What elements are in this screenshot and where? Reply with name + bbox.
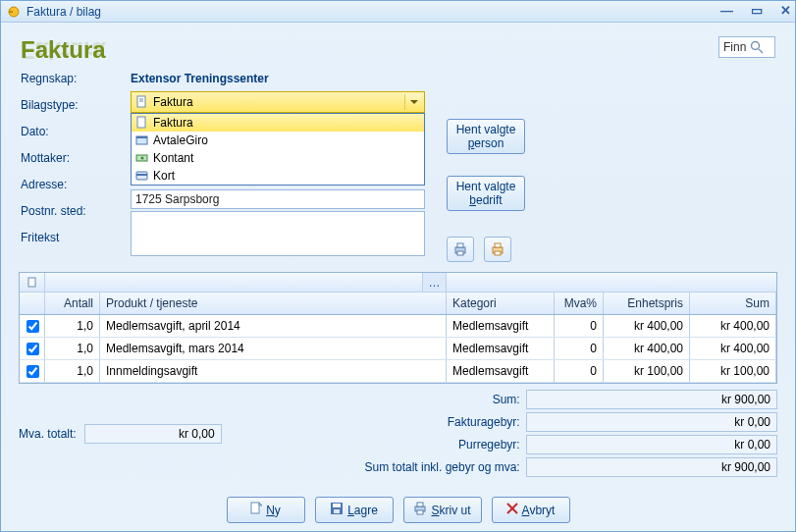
giro-icon [135,133,149,147]
app-icon [7,5,21,19]
total-value: kr 0,00 [526,412,777,432]
cell-kategori[interactable]: Medlemsavgift [447,360,555,382]
close-button[interactable]: ✕ [780,3,791,18]
window-title: Faktura / bilag [27,5,101,19]
document-icon [135,95,149,109]
cell-produkt[interactable]: Innmeldingsavgift [100,360,447,382]
svg-rect-19 [495,251,501,255]
cell-produkt[interactable]: Medlemsavgift, april 2014 [100,315,447,337]
avbryt-button[interactable]: Avbryt [492,497,570,523]
svg-rect-9 [136,136,147,138]
minimize-button[interactable]: — [720,3,733,18]
row-checkbox[interactable] [27,320,39,333]
cell-mva[interactable]: 0 [555,360,604,382]
table-row[interactable]: 1,0InnmeldingsavgiftMedlemsavgift0kr 100… [20,360,776,383]
chevron-down-icon[interactable] [404,94,422,110]
label-adresse: Adresse: [21,178,109,194]
row-checkbox[interactable] [27,365,39,378]
skriv-ut-button[interactable]: Skriv ut [403,497,482,523]
cell-enhetspris[interactable]: kr 100,00 [604,360,690,382]
svg-point-2 [752,42,760,50]
total-label: Sum: [236,393,520,406]
cell-kategori[interactable]: Medlemsavgift [447,315,555,337]
document-icon [135,116,149,130]
mva-total-value: kr 0,00 [84,424,222,444]
print-color-icon-button[interactable] [484,237,511,262]
cell-antall[interactable]: 1,0 [45,315,100,337]
table-row[interactable]: 1,0Medlemsavgift, mars 2014Medlemsavgift… [20,338,776,360]
cell-sum[interactable]: kr 400,00 [690,338,776,359]
cancel-icon [506,503,518,517]
svg-point-11 [141,157,144,160]
bilagstype-option[interactable]: Kontant [132,149,424,167]
search-icon [750,40,764,54]
total-value: kr 900,00 [526,457,777,477]
regnskap-value: Extensor Treningssenter [131,70,425,89]
lagre-button[interactable]: Lagre [315,497,394,523]
new-row-icon[interactable] [20,273,45,292]
svg-rect-28 [417,510,423,514]
svg-rect-18 [495,243,501,247]
cell-enhetspris[interactable]: kr 400,00 [604,315,690,337]
bilagstype-dropdown[interactable]: Faktura [131,91,425,113]
label-fritekst: Fritekst [21,231,109,247]
print-icon-button[interactable] [447,237,474,262]
label-dato: Dato: [21,125,109,141]
hent-bedrift-button[interactable]: Hent valgtebedrift [447,176,525,211]
cell-produkt[interactable]: Medlemsavgift, mars 2014 [100,338,447,359]
form-labels: Regnskap: Bilagstype: Dato: Mottaker: Ad… [21,70,109,247]
hent-person-button[interactable]: Hent valgteperson [447,119,525,154]
ny-button[interactable]: Ny [227,497,305,523]
row-checkbox[interactable] [27,343,39,355]
col-antall[interactable]: Antall [45,293,100,314]
cell-sum[interactable]: kr 400,00 [690,315,776,337]
postnr-field[interactable]: 1725 Sarpsborg [131,189,425,209]
cash-icon [135,151,149,165]
table-row[interactable]: 1,0Medlemsavgift, april 2014Medlemsavgif… [20,315,776,338]
svg-rect-24 [333,504,341,507]
bilagstype-option[interactable]: AvtaleGiro [132,132,424,149]
bilagstype-options-list: Faktura AvtaleGiro Kontant Kort [131,113,425,186]
cell-antall[interactable]: 1,0 [45,360,100,382]
col-enhetspris[interactable]: Enhetspris [604,293,690,314]
fritekst-field[interactable] [131,211,425,256]
col-sum[interactable]: Sum [690,293,776,314]
option-label: Kontant [153,151,193,165]
svg-marker-22 [259,503,262,505]
svg-rect-13 [136,174,147,176]
maximize-button[interactable]: ▭ [751,3,763,18]
total-value: kr 900,00 [526,390,777,409]
titlebar: Faktura / bilag — ▭ ✕ [1,1,795,23]
save-icon [330,502,344,518]
card-icon [135,169,149,183]
window: Faktura / bilag — ▭ ✕ Faktura Finn Regns… [0,0,796,532]
col-mva[interactable]: Mva% [555,293,604,314]
option-label: AvtaleGiro [153,133,208,147]
bilagstype-option[interactable]: Kort [132,167,424,185]
cell-antall[interactable]: 1,0 [45,338,100,359]
cell-enhetspris[interactable]: kr 400,00 [604,338,690,359]
bilagstype-selected: Faktura [153,95,193,109]
svg-rect-25 [334,509,340,513]
option-label: Kort [153,169,175,183]
col-kategori[interactable]: Kategori [447,293,555,314]
grid-header: Antall Produkt / tjeneste Kategori Mva% … [20,293,776,315]
more-button[interactable]: … [423,273,447,292]
col-produkt[interactable]: Produkt / tjeneste [100,293,447,314]
svg-rect-7 [137,117,145,128]
label-postnr: Postnr. sted: [21,204,109,221]
find-label: Finn [723,40,746,54]
total-value: kr 0,00 [526,435,777,454]
bilagstype-option[interactable]: Faktura [132,114,424,132]
find-box[interactable]: Finn [718,36,775,58]
print-icon [413,502,427,518]
svg-rect-15 [457,243,463,247]
cell-kategori[interactable]: Medlemsavgift [447,338,555,359]
cell-mva[interactable]: 0 [555,315,604,337]
cell-mva[interactable]: 0 [555,338,604,359]
cell-sum[interactable]: kr 100,00 [690,360,776,382]
label-regnskap: Regnskap: [21,72,109,88]
svg-rect-20 [28,278,35,287]
line-items-grid: … Antall Produkt / tjeneste Kategori Mva… [19,272,777,384]
total-label: Fakturagebyr: [236,415,520,429]
